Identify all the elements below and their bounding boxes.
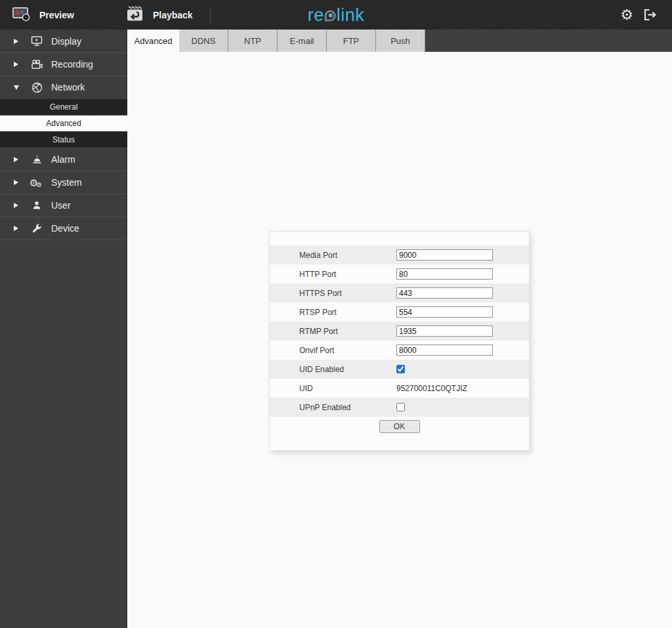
sidebar-item-user[interactable]: User [0,194,127,217]
tab-bar-filler [425,30,672,52]
tab-ftp[interactable]: FTP [327,30,376,52]
ok-button[interactable]: OK [379,420,420,433]
form-row-uid: UID 952700011C0QTJIZ [270,379,529,398]
logo-text-re: re [308,5,324,25]
network-advanced-panel: Media Port HTTP Port HTTPS Port RTSP Por… [269,231,530,451]
system-icon: ⚙⚙ [30,178,44,188]
logout-icon[interactable] [642,8,658,22]
preview-monitor-icon [12,6,32,24]
media-port-input[interactable] [396,249,493,261]
chevron-right-icon [14,226,22,231]
sidebar-divider [0,240,127,240]
display-icon [30,35,44,47]
field-label: UID Enabled [299,365,396,374]
recording-icon [30,59,44,70]
sidebar-label: Recording [51,59,93,70]
uid-enabled-checkbox[interactable] [396,365,405,373]
playback-button[interactable]: Playback [112,0,205,30]
sidebar-label: Device [51,223,79,234]
form-row-media-port: Media Port [270,245,529,264]
user-icon [30,200,44,211]
tab-label: FTP [343,36,360,46]
chevron-right-icon [14,39,22,44]
form-row-rtmp-port: RTMP Port [270,322,529,341]
logo-pin-icon [325,10,336,21]
playback-label: Playback [153,10,193,20]
device-icon [30,223,44,234]
chevron-right-icon [14,62,22,67]
subitem-label: Status [52,135,75,144]
onvif-port-input[interactable] [396,345,493,356]
field-label: RTSP Port [299,308,396,317]
field-label: HTTPS Port [299,289,396,298]
field-label: Media Port [299,251,396,260]
field-label: UID [299,384,396,393]
rtmp-port-input[interactable] [396,325,493,337]
sidebar: Display Recording Network General Advanc… [0,30,127,628]
sidebar-label: Network [51,82,85,93]
sidebar-subitem-general[interactable]: General [0,98,127,115]
field-label: UPnP Enabled [299,403,396,412]
network-icon [30,82,44,93]
form-row-https-port: HTTPS Port [270,283,529,303]
chevron-right-icon [14,203,22,208]
uid-value: 952700011C0QTJIZ [396,384,467,393]
sidebar-item-system[interactable]: ⚙⚙ System [0,171,127,194]
logo-text-link: link [337,5,365,25]
topbar-divider [210,7,211,24]
preview-label: Preview [39,10,74,20]
sidebar-item-alarm[interactable]: Alarm [0,148,127,171]
field-label: Onvif Port [299,346,396,355]
sidebar-item-device[interactable]: Device [0,217,127,240]
tab-label: E-mail [290,36,314,46]
playback-clapper-icon [124,5,145,25]
tab-email[interactable]: E-mail [278,30,327,52]
https-port-input[interactable] [396,287,493,299]
sidebar-label: User [51,200,71,211]
tab-label: Push [390,36,410,46]
form-row-http-port: HTTP Port [270,264,529,283]
tab-label: NTP [244,36,261,46]
sidebar-item-display[interactable]: Display [0,30,127,52]
sidebar-label: Alarm [51,154,75,165]
field-label: RTMP Port [299,327,396,336]
tab-push[interactable]: Push [376,30,425,52]
tab-label: DDNS [192,36,216,46]
http-port-input[interactable] [396,268,493,280]
tab-advanced[interactable]: Advanced [127,30,179,52]
preview-button[interactable]: Preview [0,0,86,30]
sidebar-subitem-advanced[interactable]: Advanced [0,115,127,131]
sidebar-item-network[interactable]: Network [0,75,127,98]
reolink-logo: re link [308,5,365,25]
tab-ddns[interactable]: DDNS [179,30,228,52]
sidebar-subitem-status[interactable]: Status [0,131,127,148]
settings-gear-icon[interactable]: ⚙ [620,8,633,22]
top-bar: Preview Playback re link ⚙ [0,0,672,30]
alarm-icon [30,154,44,165]
sidebar-item-recording[interactable]: Recording [0,52,127,75]
content-area: Media Port HTTP Port HTTPS Port RTSP Por… [127,52,672,628]
tab-ntp[interactable]: NTP [228,30,278,52]
subitem-label: Advanced [46,119,81,128]
field-label: HTTP Port [299,270,396,279]
chevron-right-icon [14,180,22,185]
form-row-onvif-port: Onvif Port [270,341,529,360]
form-row-uid-enabled: UID Enabled [270,360,529,379]
tab-bar: Advanced DDNS NTP E-mail FTP Push [127,30,672,52]
subitem-label: General [50,102,78,112]
sidebar-label: System [51,177,82,188]
tab-label: Advanced [135,36,173,46]
form-row-upnp-enabled: UPnP Enabled [270,398,529,417]
form-row-rtsp-port: RTSP Port [270,303,529,322]
sidebar-label: Display [51,36,81,47]
chevron-right-icon [14,157,22,162]
upnp-enabled-checkbox[interactable] [396,403,405,411]
chevron-down-icon [14,85,22,90]
rtsp-port-input[interactable] [396,306,493,318]
